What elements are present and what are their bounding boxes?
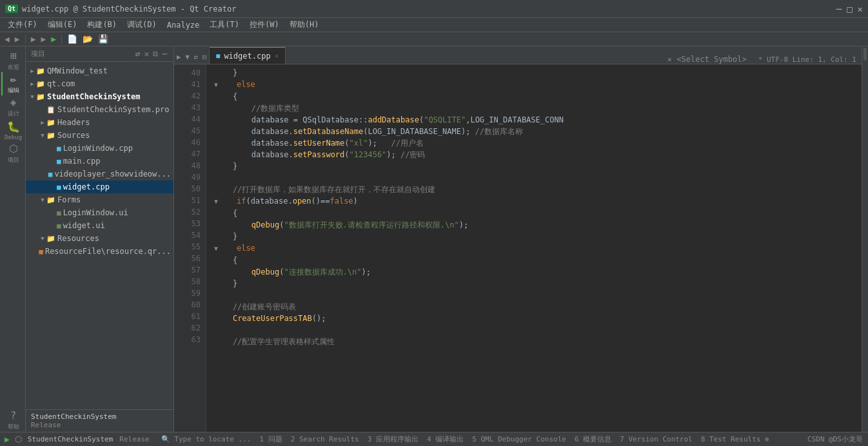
menu-item[interactable]: 控件(W) — [244, 18, 284, 32]
sidebar-label-main-cpp: main.cpp — [63, 157, 101, 166]
symbol-selector[interactable]: ✕ <Select Symbol> — [661, 55, 753, 64]
activity-project[interactable]: ⬡ 项目 — [1, 142, 25, 165]
menu-item[interactable]: 调试(D) — [122, 18, 162, 32]
design-icon: ◈ — [10, 96, 17, 108]
menu-bar: 文件(F)编辑(E)构建(B)调试(D)Analyze工具(T)控件(W)帮助(… — [0, 18, 868, 32]
sidebar-item-resourcefile[interactable]: ■ ResourceFile\resource.qr... — [26, 245, 173, 258]
close-button[interactable]: ✕ — [858, 4, 863, 14]
sidebar-label-widget-cpp: widget.cpp — [63, 182, 110, 191]
activity-edit[interactable]: ✏ 编辑 — [1, 72, 25, 95]
activity-welcome-label: 欢迎 — [8, 63, 19, 72]
line-numbers: 40 41 42 43 44 45 46 47 48 49 50 51 52 5… — [174, 64, 206, 432]
activity-debug-label: Debug — [5, 134, 22, 141]
menu-item[interactable]: 文件(F) — [3, 18, 43, 32]
build-button[interactable]: ▶ — [29, 34, 38, 44]
maximize-button[interactable]: □ — [847, 4, 852, 14]
encoding-label: * UTF-8 Line: 1, Col: 1 — [758, 55, 856, 64]
open-file-button[interactable]: 📂 — [81, 34, 95, 44]
bottom-tab-vc[interactable]: 7 Version Control — [616, 432, 696, 447]
tab-bar: ▶ ▼ ⇄ ⊟ ■ widget.cpp ✕ ✕ <Select Symbol>… — [174, 46, 862, 64]
folder-icon: 📁 — [36, 67, 45, 75]
new-file-button[interactable]: 📄 — [65, 34, 79, 44]
activity-edit-label: 编辑 — [8, 86, 19, 95]
status-target-label: StudentCheckinSystem — [25, 435, 115, 443]
bottom-tab-summary[interactable]: 6 概要信息 — [571, 432, 615, 447]
sidebar-item-studentcheckin[interactable]: ▼ 📁 StudentCheckinSystem — [26, 90, 173, 103]
window-title: widget.cpp @ StudentCheckinSystem - Qt C… — [22, 5, 236, 14]
tab-close-button[interactable]: ✕ — [275, 52, 279, 59]
activity-debug[interactable]: 🐛 Debug — [1, 119, 25, 142]
ui-file-icon: ■ — [57, 209, 61, 217]
tree-arrow-expanded: ▼ — [28, 93, 36, 100]
sidebar-filter-icon[interactable]: ⊟ — [152, 48, 159, 59]
build-icon[interactable]: ⬡ — [13, 434, 24, 444]
breadcrumb: ▶ ▼ ⇄ ⊟ — [174, 50, 210, 64]
save-button[interactable]: 💾 — [96, 34, 110, 44]
bottom-tab-compile[interactable]: 4 编译输出 — [423, 432, 468, 447]
tab-widget-cpp[interactable]: ■ widget.cpp ✕ — [210, 47, 285, 64]
status-locate[interactable]: 🔍 Type to locate ... — [157, 432, 255, 447]
sidebar-toolbar: ⇄ ✕ ⊟ ⋯ — [134, 48, 168, 59]
minimize-button[interactable]: ─ — [836, 4, 842, 14]
sidebar-item-loginwindow-cpp[interactable]: ■ LoginWindow.cpp — [26, 142, 173, 155]
run-button[interactable]: ▶ — [49, 34, 58, 44]
sidebar-item-widget-ui[interactable]: ■ widget.ui — [26, 219, 173, 232]
debug-button[interactable]: ▶ — [39, 34, 48, 44]
project-icon: ⬡ — [9, 142, 18, 155]
code-editor: 40 41 42 43 44 45 46 47 48 49 50 51 52 5… — [174, 64, 862, 432]
activity-project-label: 项目 — [8, 156, 19, 164]
sidebar-item-qmwindow[interactable]: ▶ 📁 QMWindow_test — [26, 64, 173, 77]
menu-item[interactable]: 编辑(E) — [43, 18, 83, 32]
scrollbar-thumb[interactable] — [863, 48, 867, 61]
tree-arrow: ▶ — [28, 81, 36, 87]
sidebar-item-widget-cpp[interactable]: ■ widget.cpp — [26, 180, 173, 193]
sidebar-sync-icon[interactable]: ⇄ — [134, 48, 142, 59]
edit-icon: ✏ — [10, 73, 17, 85]
bottom-tab-issues[interactable]: 1 问题 — [255, 432, 286, 447]
menu-item[interactable]: 工具(T) — [204, 18, 244, 32]
toolbar-strip: ◀ ▶ ▶ ▶ ▶ 📄 📂 💾 — [0, 32, 868, 46]
activity-help[interactable]: ? 帮助 — [1, 409, 25, 432]
sidebar-label-scpro: StudentCheckinSystem.pro — [57, 105, 169, 114]
sidebar-item-forms[interactable]: ▼ 📁 Forms — [26, 193, 173, 206]
bottom-tab-qml[interactable]: 5 QML Debugger Console — [468, 432, 570, 447]
scrollbar[interactable] — [862, 46, 868, 432]
tab-icon: ■ — [216, 52, 220, 59]
breadcrumb-text: ▶ ▼ ⇄ ⊟ — [177, 53, 206, 61]
sidebar-item-resources[interactable]: ▼ 📁 Resources — [26, 232, 173, 245]
sidebar-close-icon[interactable]: ✕ — [143, 48, 151, 59]
sidebar-item-loginwindow-ui[interactable]: ■ LoginWindow.ui — [26, 206, 173, 219]
activity-welcome[interactable]: ⊞ 欢迎 — [1, 49, 25, 72]
folder-icon: 📁 — [46, 235, 55, 243]
sidebar-item-scpro[interactable]: 📋 StudentCheckinSystem.pro — [26, 103, 173, 116]
menu-item[interactable]: 构建(B) — [82, 18, 122, 32]
menu-item[interactable]: 帮助(H) — [284, 18, 324, 32]
ui-file-icon: ■ — [57, 222, 61, 230]
sidebar-more-icon[interactable]: ⋯ — [161, 48, 168, 59]
activity-design[interactable]: ◈ 设计 — [1, 95, 25, 119]
tree-arrow: ▶ — [39, 119, 46, 126]
sidebar-label-studentcheckin: StudentCheckinSystem — [47, 92, 141, 101]
sidebar: 项目 ⇄ ✕ ⊟ ⋯ ▶ 📁 QMWindow_test ▶ 📁 qt.com — [26, 46, 174, 432]
tree-arrow-expanded: ▼ — [39, 132, 46, 139]
sidebar-item-sources[interactable]: ▼ 📁 Sources — [26, 129, 173, 142]
bottom-tab-test[interactable]: 8 Test Results ⊕ — [697, 432, 773, 447]
bottom-tab-appout[interactable]: 3 应用程序输出 — [364, 432, 422, 447]
sidebar-label-videoplayer-cpp: videoplayer_showvideow... — [54, 170, 171, 179]
tab-label: widget.cpp — [224, 52, 270, 61]
code-content[interactable]: } ▼ else { //数据库类型 database = QSqlDataba… — [206, 64, 862, 432]
forward-button[interactable]: ▶ — [13, 34, 22, 44]
sidebar-item-main-cpp[interactable]: ■ main.cpp — [26, 155, 173, 168]
menu-item[interactable]: Analyze — [162, 19, 205, 31]
debug-icon: 🐛 — [7, 121, 20, 133]
bottom-tab-search[interactable]: 2 Search Results — [287, 432, 363, 447]
build-run-icon[interactable]: ▶ — [3, 434, 12, 444]
sidebar-label-qtcom: qt.com — [47, 79, 75, 88]
welcome-icon: ⊞ — [10, 50, 17, 62]
sidebar-item-qtcom[interactable]: ▶ 📁 qt.com — [26, 77, 173, 90]
sidebar-item-headers[interactable]: ▶ 📁 Headers — [26, 116, 173, 129]
sidebar-item-videoplayer-cpp[interactable]: ■ videoplayer_showvideow... — [26, 168, 173, 180]
back-button[interactable]: ◀ — [3, 34, 12, 44]
status-config-label: Release — [117, 435, 152, 443]
folder-icon: 📁 — [46, 119, 55, 127]
